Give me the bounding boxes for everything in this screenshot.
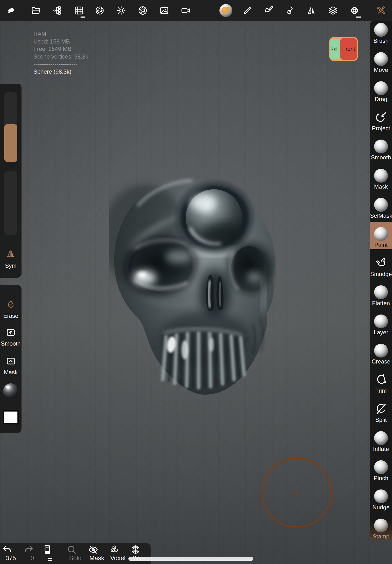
smooth-box-icon: [5, 327, 16, 338]
tool-trim[interactable]: Trim: [370, 372, 392, 394]
bottombar-redo-button[interactable]: 0: [23, 543, 41, 564]
toolbar-lighting-button[interactable]: [114, 0, 128, 21]
sphere-layer-thumbnail: [374, 315, 388, 328]
sphere-pinch-thumbnail: [374, 460, 388, 474]
toolbar-material-sphere-button[interactable]: [219, 0, 233, 21]
stroke-icon: [242, 5, 252, 15]
tool-label: Nudge: [370, 504, 392, 511]
tool-label: Mask: [370, 183, 392, 190]
tool-pinch[interactable]: Pinch: [370, 460, 392, 481]
tool-selmask[interactable]: SelMask: [370, 198, 392, 219]
toolbar-help-tools-button[interactable]: [374, 0, 388, 21]
toolbar-symmetry-button[interactable]: [305, 0, 318, 21]
history-icon: [42, 543, 60, 555]
bottombar-voxel-cubes-button[interactable]: Voxel: [109, 543, 127, 564]
tool-label: Inflate: [370, 446, 392, 452]
redo-icon: [23, 543, 41, 555]
tool-label: Crease: [370, 358, 392, 365]
tool-label: Brush: [370, 38, 392, 44]
symmetry-toggle[interactable]: [0, 249, 22, 259]
stats-line: -----------------------: [33, 60, 88, 68]
bottombar-label: 0: [23, 554, 41, 562]
tool-crease[interactable]: Crease: [370, 344, 392, 365]
viewport-canvas[interactable]: RAMUsed: 158 MBFree: 2549 MBScene vertic…: [0, 21, 392, 564]
tool-mask[interactable]: Mask: [370, 168, 392, 190]
bottombar-wireframe-button[interactable]: Wire: [130, 543, 148, 564]
erase-drop-icon: [5, 299, 16, 310]
sphere-inflate-thumbnail: [374, 431, 388, 445]
smooth-label: Smooth: [0, 340, 22, 347]
tool-move[interactable]: Move: [370, 52, 392, 73]
sphere-rough-thumbnail: [374, 139, 388, 153]
trim-line-icon: [374, 373, 388, 386]
brush-radius-slider[interactable]: [4, 92, 17, 162]
material-ball-button[interactable]: [0, 383, 22, 399]
toolbar-stroke-button[interactable]: [241, 0, 254, 21]
sphere-flatten-thumbnail: [374, 285, 388, 299]
tool-stamp[interactable]: Stamp: [370, 518, 392, 540]
drag-handle[interactable]: [128, 557, 253, 561]
mask-button[interactable]: [0, 356, 22, 367]
tool-inflate[interactable]: Inflate: [370, 431, 392, 452]
toolbar-painting-button[interactable]: [262, 0, 276, 21]
sculpt-model-skull[interactable]: [109, 177, 276, 396]
tool-label: Smudge: [370, 271, 392, 277]
sphere-mask-thumbnail: [374, 169, 388, 183]
bottombar-mask-visibility-button[interactable]: Mask: [88, 543, 106, 564]
scene-graph-icon: [52, 5, 62, 15]
tool-label: Drag: [370, 96, 392, 103]
tool-nudge[interactable]: Nudge: [370, 489, 392, 511]
stats-line: RAM: [33, 30, 88, 38]
gizmo-front-label: Front: [342, 46, 355, 52]
tool-split[interactable]: Split: [370, 402, 392, 423]
gizmo-right-face[interactable]: Right: [330, 39, 340, 59]
pressure-icon: [285, 5, 295, 15]
tool-project[interactable]: Project: [370, 110, 392, 132]
toolbar-settings-button[interactable]: [348, 0, 361, 21]
bottombar-undo-button[interactable]: 375: [2, 543, 20, 564]
tool-label: Smooth: [370, 154, 392, 161]
smooth-button[interactable]: [0, 327, 22, 338]
toolbar-camera-button[interactable]: [179, 0, 192, 21]
tool-layer[interactable]: Layer: [370, 314, 392, 336]
tool-smudge[interactable]: Smudge: [370, 256, 392, 277]
postprocess-icon: [138, 5, 148, 15]
color-swatch-button[interactable]: [0, 410, 22, 425]
mask-label: Mask: [0, 369, 22, 376]
bottombar-solo-button[interactable]: Solo: [67, 543, 84, 564]
layers-icon: [328, 5, 338, 15]
help-tools-icon: [376, 5, 386, 15]
tool-paint[interactable]: Paint: [370, 227, 392, 248]
orientation-gizmo[interactable]: Right Front: [329, 37, 358, 61]
tool-label: Trim: [370, 387, 392, 394]
sphere-paint-thumbnail: [374, 227, 388, 241]
toolbar-voxel-remesh-button[interactable]: [93, 0, 106, 21]
brush-cursor: [262, 457, 332, 528]
toolbar-nomad-logo-button[interactable]: [4, 0, 17, 21]
toolbar-pressure-button[interactable]: [284, 0, 297, 21]
tool-label: Flatten: [370, 300, 392, 307]
toolbar-postprocess-button[interactable]: [136, 0, 149, 21]
left-slider-panel: Sym: [0, 84, 22, 278]
toolbar-background-image-button[interactable]: [157, 0, 171, 21]
symmetry-label: Sym: [0, 262, 22, 269]
tool-brush[interactable]: Brush: [370, 23, 392, 44]
tool-smooth[interactable]: Smooth: [370, 139, 392, 161]
bottombar-history-button[interactable]: [42, 543, 60, 564]
sphere-stamp-thumbnail: [374, 519, 388, 533]
gizmo-front-face[interactable]: Front: [340, 38, 357, 60]
toolbar-scene-graph-button[interactable]: [51, 0, 64, 21]
brush-intensity-slider[interactable]: [4, 171, 17, 235]
erase-button[interactable]: [0, 299, 22, 310]
files-icon: [31, 5, 41, 15]
toolbar-layers-button[interactable]: [326, 0, 340, 21]
stats-line: Used: 158 MB: [33, 38, 88, 45]
tool-flatten[interactable]: Flatten: [370, 285, 392, 307]
tool-drag[interactable]: Drag: [370, 81, 392, 103]
toolbar-files-button[interactable]: [29, 0, 42, 21]
tool-label: Move: [370, 67, 392, 73]
submenu-indicator: [81, 15, 85, 19]
topology-grid-icon: [74, 5, 84, 15]
toolbar-topology-grid-button[interactable]: [72, 0, 85, 21]
tool-label: Pinch: [370, 475, 392, 481]
